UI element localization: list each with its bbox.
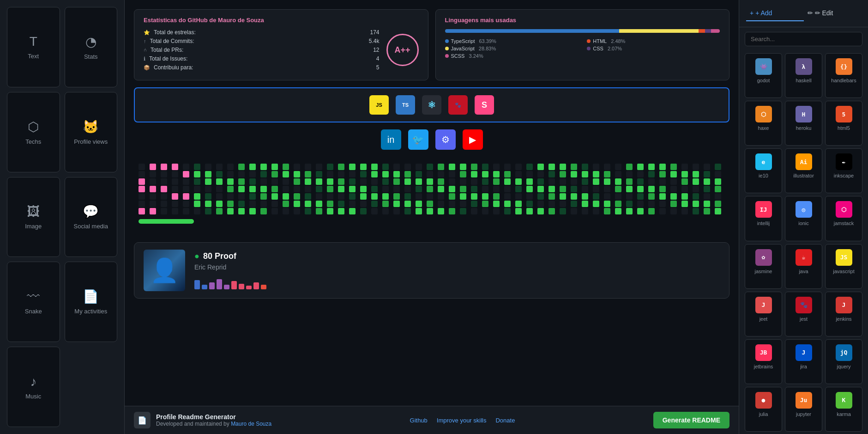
tech-badges: JS TS ⚛ 🐾 S — [134, 87, 729, 122]
languages-title: Linguagens mais usadas — [445, 17, 720, 24]
icon-card-html5[interactable]: 5html5 — [825, 101, 862, 146]
sidebar-item-label: Techs — [25, 138, 41, 145]
icon-card-ionic[interactable]: ◎ionic — [785, 196, 822, 241]
sidebar-item-stats[interactable]: ◔ Stats — [65, 7, 118, 87]
icon-card-ie10[interactable]: eie10 — [745, 148, 782, 193]
lang-css-percent: 2.07% — [608, 46, 622, 51]
icon-card-heroku[interactable]: Hheroku — [785, 101, 822, 146]
sidebar-item-snake[interactable]: 〰 Snake — [7, 262, 60, 342]
stat-row-contributed: 📦 Contribuiu para: 5 — [144, 64, 380, 71]
icon-card-julia[interactable]: ●julia — [745, 387, 782, 432]
tab-edit[interactable]: ✏ ✏ Edit — [804, 6, 862, 21]
icon-card-jest[interactable]: 🐾jest — [785, 292, 822, 336]
css-dot — [587, 47, 591, 50]
icon-card-jquery[interactable]: jQjquery — [825, 339, 862, 384]
jira-icon: J — [796, 344, 812, 361]
edit-icon: ✏ — [808, 9, 813, 17]
text-icon: T — [30, 34, 37, 49]
handlebars-label: handlebars — [831, 78, 856, 83]
javascript-label: javascript — [833, 269, 854, 274]
javascript-icon: JS — [836, 249, 852, 266]
html-dot — [587, 39, 591, 43]
languages-card: Linguagens mais usadas TypeScript 63.39%… — [435, 9, 730, 80]
sidebar-item-social-media[interactable]: 💬 Social media — [65, 177, 118, 257]
audio-bar — [246, 286, 252, 289]
jupyter-label: jupyter — [796, 411, 811, 417]
sidebar-item-profile-views[interactable]: 🐱 Profile views — [65, 92, 118, 172]
icon-card-java[interactable]: ☕java — [785, 244, 822, 289]
footer: 📄 Profile Readme Generator Developed and… — [125, 406, 739, 434]
icon-card-illustrator[interactable]: Aiillustrator — [785, 148, 822, 193]
icon-card-jenkins[interactable]: Jjenkins — [825, 292, 862, 336]
stat-value-stars: 174 — [370, 29, 379, 36]
icon-card-jeet[interactable]: Jjeet — [745, 292, 782, 336]
sidebar-item-techs[interactable]: ⬡ Techs — [7, 92, 60, 172]
languages-list: TypeScript 63.39% HTML 2.48% JavaScript … — [445, 38, 720, 59]
grade-circle: A++ — [386, 34, 419, 66]
jetbrains-icon: JB — [755, 344, 772, 361]
icon-card-jira[interactable]: Jjira — [785, 339, 822, 384]
sidebar-item-music[interactable]: ♪ Music — [7, 347, 60, 427]
stat-row-prs: ⑃ Total de PRs: 12 — [144, 47, 380, 53]
sidebar-item-label: Social media — [74, 223, 108, 230]
social-icons: in 🐦 ⚙ ▶ — [134, 129, 729, 150]
lang-js-label: JavaScript — [451, 46, 475, 51]
my-activities-icon: 📄 — [83, 289, 99, 304]
left-sidebar: T Text ◔ Stats ⬡ Techs 🐱 Profile views 🖼… — [0, 0, 125, 434]
footer-author-link[interactable]: Mauro de Souza — [231, 421, 271, 427]
icon-card-jetbrains[interactable]: JBjetbrains — [745, 339, 782, 384]
audio-bar — [217, 279, 222, 289]
icon-card-inkscape[interactable]: ✒inkscape — [825, 148, 862, 193]
haxe-icon: ⬡ — [755, 106, 772, 122]
footer-donate-link[interactable]: Donate — [495, 417, 515, 424]
sidebar-item-my-activities[interactable]: 📄 My activities — [65, 262, 118, 342]
tab-add[interactable]: + + Add — [746, 6, 804, 21]
tab-edit-label: ✏ Edit — [815, 9, 833, 17]
spotify-card: 👤 ● 80 Proof Eric Reprid — [134, 242, 729, 299]
icon-card-jamstack[interactable]: ⬡jamstack — [825, 196, 862, 241]
icon-card-karma[interactable]: Kkarma — [825, 387, 862, 432]
footer-improve-link[interactable]: Improve your skills — [437, 417, 487, 424]
scss-dot — [445, 54, 449, 58]
stat-value-commits: 5.4k — [369, 38, 380, 44]
sidebar-item-image[interactable]: 🖼 Image — [7, 177, 60, 257]
icon-card-godot[interactable]: 👾godot — [745, 53, 782, 98]
icon-card-haxe[interactable]: ⬡haxe — [745, 101, 782, 146]
icon-card-handlebars[interactable]: {}handlebars — [825, 53, 862, 98]
sidebar-item-label: Text — [28, 53, 39, 60]
lang-js-percent: 28.83% — [479, 46, 496, 51]
twitter-button[interactable]: 🐦 — [408, 129, 428, 150]
inkscape-label: inkscape — [834, 173, 854, 178]
stat-label: Contribuiu para: — [154, 64, 193, 71]
lang-css: CSS 2.07% — [587, 46, 720, 51]
badge-jest[interactable]: 🐾 — [448, 95, 468, 115]
icon-card-jupyter[interactable]: Jujupyter — [785, 387, 822, 432]
footer-github-link[interactable]: Github — [410, 417, 428, 424]
linkedin-button[interactable]: in — [381, 129, 401, 150]
spotify-header: ● 80 Proof — [194, 251, 720, 261]
badge-js[interactable]: JS — [369, 95, 389, 115]
generate-readme-button[interactable]: Generate README — [653, 412, 729, 428]
lang-scss: SCSS 3.24% — [445, 53, 578, 59]
stat-value-contributed: 5 — [376, 64, 380, 71]
jamstack-icon: ⬡ — [836, 201, 852, 218]
badge-react[interactable]: ⚛ — [422, 95, 441, 115]
discord-button[interactable]: ⚙ — [435, 129, 456, 150]
progress-bar — [139, 219, 194, 224]
search-input[interactable] — [745, 32, 862, 46]
badge-storybook[interactable]: S — [475, 95, 494, 115]
footer-left: 📄 Profile Readme Generator Developed and… — [134, 412, 271, 428]
icon-card-haskell[interactable]: λhaskell — [785, 53, 822, 98]
jquery-label: jquery — [837, 364, 851, 369]
badge-ts[interactable]: TS — [396, 95, 415, 115]
icon-card-javascript[interactable]: JSjavascript — [825, 244, 862, 289]
sidebar-item-text[interactable]: T Text — [7, 7, 60, 87]
ionic-icon: ◎ — [796, 201, 812, 218]
progress-bar-container — [139, 219, 725, 224]
stat-row-commits: ↑ Total de Commits: 5.4k — [144, 38, 380, 44]
profile-views-icon: 🐱 — [83, 119, 99, 134]
intellij-icon: IJ — [755, 201, 772, 218]
youtube-button[interactable]: ▶ — [463, 129, 483, 150]
icon-card-intellij[interactable]: IJintellij — [745, 196, 782, 241]
icon-card-jasmine[interactable]: ✿jasmine — [745, 244, 782, 289]
